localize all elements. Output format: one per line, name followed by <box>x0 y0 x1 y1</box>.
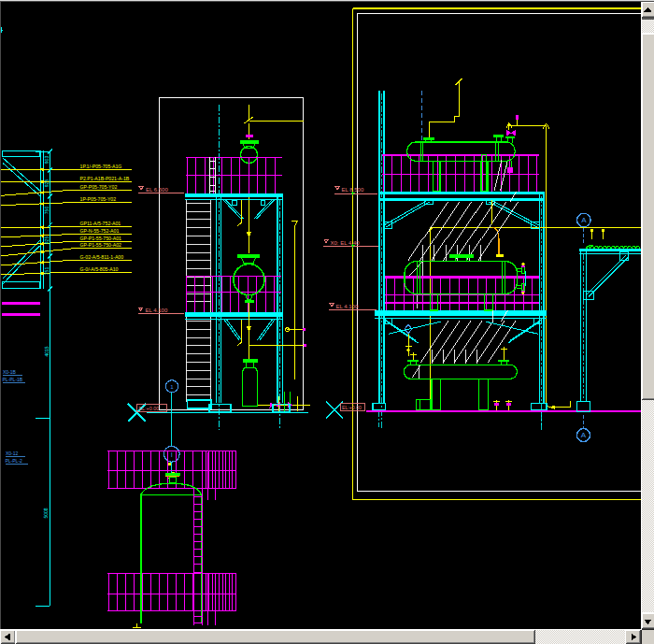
svg-text:925: 925 <box>44 179 50 188</box>
svg-text:5008: 5008 <box>43 508 49 518</box>
svg-text:GP-N-55-752-A01: GP-N-55-752-A01 <box>80 228 120 234</box>
svg-text:1P-P05-705-Y02: 1P-P05-705-Y02 <box>80 196 117 202</box>
svg-text:I: I <box>171 451 173 458</box>
svg-text:EL:+0.00: EL:+0.00 <box>139 406 160 411</box>
svg-text:G-02-A/5-811-1-A00: G-02-A/5-811-1-A00 <box>80 254 124 260</box>
svg-text:EL 4.100: EL 4.100 <box>336 304 359 309</box>
svg-text:751: 751 <box>44 267 50 276</box>
svg-text:PL-PL-1B: PL-PL-1B <box>3 377 23 382</box>
svg-text:GP11-A/5-752-A01: GP11-A/5-752-A01 <box>80 221 121 226</box>
svg-text:A: A <box>581 216 587 224</box>
svg-text:G-0/-A/5-805-A10: G-0/-A/5-805-A10 <box>80 266 119 272</box>
svg-text:903: 903 <box>44 156 50 165</box>
svg-text:1P.1/-P05-705-A1G: 1P.1/-P05-705-A1G <box>80 164 122 169</box>
svg-text:GP-P1-55-750-A01: GP-P1-55-750-A01 <box>80 236 122 241</box>
svg-text:PL-PL-2: PL-PL-2 <box>6 458 23 464</box>
svg-text:X0: EL 4.40: X0: EL 4.40 <box>331 240 361 246</box>
svg-text:P2.P1-A1B-P021-A-1B: P2.P1-A1B-P021-A-1B <box>80 176 130 181</box>
svg-text:GP-P05-705-Y02: GP-P05-705-Y02 <box>80 184 118 190</box>
svg-text:EL:+0.00: EL:+0.00 <box>342 405 362 410</box>
svg-text:X0-1B: X0-1B <box>3 369 17 375</box>
svg-text:EL 4.100: EL 4.100 <box>146 308 168 313</box>
svg-text:925: 925 <box>44 236 50 245</box>
svg-text:EL 6.500: EL 6.500 <box>146 187 168 193</box>
svg-text:GP-P1-55-750-A02: GP-P1-55-750-A02 <box>80 242 122 248</box>
svg-text:4015: 4015 <box>44 346 50 356</box>
svg-text:750: 750 <box>44 207 50 215</box>
svg-text:A: A <box>581 431 587 439</box>
svg-text:X0-12: X0-12 <box>6 451 19 456</box>
